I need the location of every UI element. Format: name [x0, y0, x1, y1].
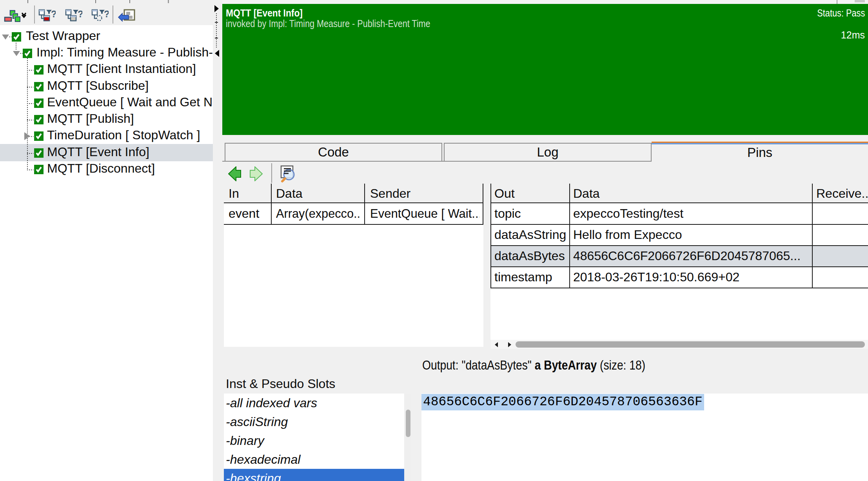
svg-text:?: ?: [78, 9, 82, 19]
svg-text:?: ?: [104, 9, 109, 19]
svg-text:?: ?: [51, 9, 56, 19]
